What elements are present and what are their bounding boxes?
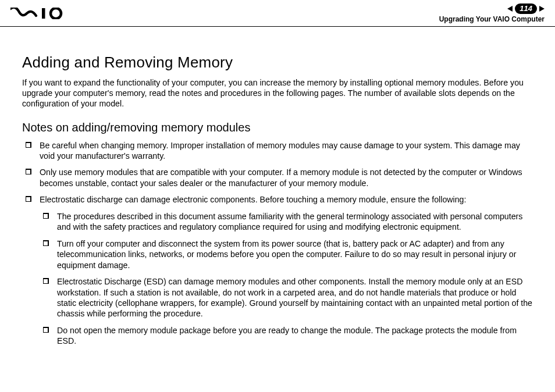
page-content: Adding and Removing Memory If you want t… <box>0 27 555 347</box>
svg-rect-0 <box>42 8 45 19</box>
notes-list: Be careful when changing memory. Imprope… <box>22 140 533 347</box>
list-item-text: Only use memory modules that are compati… <box>40 168 522 187</box>
list-item: Only use memory modules that are compati… <box>22 167 533 188</box>
list-item-text: Turn off your computer and disconnect th… <box>57 239 516 270</box>
list-item: Electrostatic discharge can damage elect… <box>22 194 533 346</box>
list-item-text: Be careful when changing memory. Imprope… <box>40 141 520 161</box>
svg-point-1 <box>51 8 61 19</box>
notes-subtitle: Notes on adding/removing memory modules <box>22 121 533 134</box>
list-item-text: Electrostatic Discharge (ESD) can damage… <box>57 277 532 318</box>
list-item-text: The procedures described in this documen… <box>57 212 522 231</box>
sub-notes-list: The procedures described in this documen… <box>40 211 533 347</box>
page-title: Adding and Removing Memory <box>22 54 533 72</box>
page-header: 114 Upgrading Your VAIO Computer <box>0 0 555 27</box>
page-navigation: 114 <box>439 3 545 14</box>
next-page-arrow-icon[interactable] <box>539 6 545 12</box>
list-item: Electrostatic Discharge (ESD) can damage… <box>40 276 533 319</box>
list-item: Do not open the memory module package be… <box>40 325 533 347</box>
list-item: Be careful when changing memory. Imprope… <box>22 140 533 162</box>
page: 114 Upgrading Your VAIO Computer Adding … <box>0 0 555 392</box>
header-section-title: Upgrading Your VAIO Computer <box>439 15 545 23</box>
list-item: The procedures described in this documen… <box>40 211 533 233</box>
vaio-logo <box>10 7 64 20</box>
intro-paragraph: If you want to expand the functionality … <box>22 77 533 109</box>
list-item: Turn off your computer and disconnect th… <box>40 238 533 270</box>
list-item-text: Electrostatic discharge can damage elect… <box>40 195 466 204</box>
header-right: 114 Upgrading Your VAIO Computer <box>439 3 545 23</box>
prev-page-arrow-icon[interactable] <box>507 6 513 12</box>
page-number: 114 <box>515 3 537 14</box>
list-item-text: Do not open the memory module package be… <box>57 326 517 345</box>
